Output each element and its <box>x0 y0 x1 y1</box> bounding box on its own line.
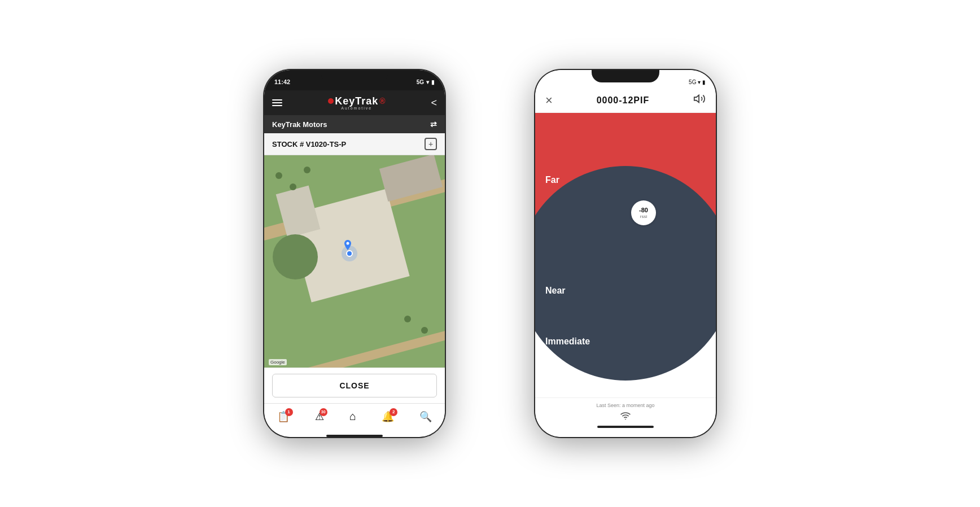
dealer-name: KeyTrak Motors <box>272 120 327 129</box>
p2-title: 0000-12PIF <box>597 95 650 106</box>
map-pin-icon <box>344 240 351 249</box>
tree-5 <box>404 316 411 322</box>
nav-notifications[interactable]: 🔔 2 <box>382 410 394 423</box>
battery-icon: ▮ <box>431 79 435 85</box>
svg-marker-1 <box>694 95 699 103</box>
home-indicator-2 <box>597 426 654 428</box>
google-attribution: Google <box>269 359 287 365</box>
wifi-icon <box>620 410 631 421</box>
rssi-value: -80 <box>639 207 648 213</box>
svg-point-0 <box>347 242 349 245</box>
bottom-navigation: 📋 1 ⚠ 30 ⌂ 🔔 2 🔍 <box>264 403 445 432</box>
last-seen-text: Last Seen: a moment ago <box>596 403 654 408</box>
grass-area <box>273 234 318 279</box>
stock-bar: STOCK # V1020-TS-P + <box>264 133 445 155</box>
nav-search[interactable]: 🔍 <box>419 410 432 423</box>
notifications-badge: 2 <box>390 408 397 416</box>
add-icon: + <box>428 139 433 148</box>
close-button-container: CLOSE <box>264 368 445 403</box>
map-view[interactable]: Google <box>264 155 445 368</box>
notch-2 <box>592 70 659 82</box>
screen-1: 11:42 5G ▾ ▮ KeyTrak ® Automotive < <box>264 70 445 437</box>
tree-2 <box>290 183 296 190</box>
notch-1 <box>321 70 388 82</box>
rssi-label: rssi <box>640 214 647 219</box>
documents-badge: 1 <box>285 408 293 416</box>
nav-home[interactable]: ⌂ <box>349 410 356 423</box>
stock-label: STOCK # V1020-TS-P <box>272 140 346 148</box>
speaker-button[interactable] <box>693 93 706 108</box>
p2-footer: Last Seen: a moment ago <box>535 397 716 437</box>
home-icon: ⌂ <box>349 410 356 423</box>
wifi-status-icon: ▾ <box>426 79 429 85</box>
back-button[interactable]: < <box>431 97 437 109</box>
add-button[interactable]: + <box>425 138 437 150</box>
phone-1: 11:42 5G ▾ ▮ KeyTrak ® Automotive < <box>264 70 445 437</box>
aerial-map: Google <box>264 155 445 368</box>
app-logo: KeyTrak ® Automotive <box>328 96 385 110</box>
menu-button[interactable] <box>272 99 282 106</box>
tree-1 <box>275 172 282 179</box>
p2-header: × 0000-12PIF <box>535 90 716 113</box>
filter-button[interactable]: ⇄ <box>430 120 437 129</box>
logo-name: KeyTrak <box>335 96 378 106</box>
radar-view: Far Near Immediate -80 rssi <box>535 113 716 397</box>
near-label: Near <box>545 286 566 296</box>
dealer-bar: KeyTrak Motors ⇄ <box>264 115 445 133</box>
nav-documents[interactable]: 📋 1 <box>277 410 290 423</box>
signal-icon: 5G <box>417 79 424 85</box>
far-label: Far <box>545 175 559 185</box>
rssi-indicator: -80 rssi <box>631 200 656 225</box>
immediate-label: Immediate <box>545 336 590 347</box>
close-button[interactable]: CLOSE <box>272 374 437 397</box>
phone-2: 5G ▾ ▮ × 0000-12PIF Far Near Immediate <box>535 70 716 437</box>
app-header: KeyTrak ® Automotive < <box>264 90 445 115</box>
nav-alerts[interactable]: ⚠ 30 <box>315 410 324 423</box>
tree-3 <box>304 167 310 173</box>
tree-4 <box>421 327 428 334</box>
p2-status-icons: 5G ▾ ▮ <box>689 79 706 85</box>
p2-close-button[interactable]: × <box>545 93 553 108</box>
logo-sub: Automotive <box>341 106 372 110</box>
time-label: 11:42 <box>274 78 290 85</box>
alerts-badge: 30 <box>320 408 327 416</box>
location-pin <box>346 250 353 257</box>
screen-2: 5G ▾ ▮ × 0000-12PIF Far Near Immediate <box>535 70 716 437</box>
road-2 <box>264 289 445 368</box>
home-indicator-1 <box>326 435 383 437</box>
status-icons: 5G ▾ ▮ <box>417 79 435 85</box>
search-icon: 🔍 <box>419 410 432 423</box>
zone-near <box>535 166 716 381</box>
